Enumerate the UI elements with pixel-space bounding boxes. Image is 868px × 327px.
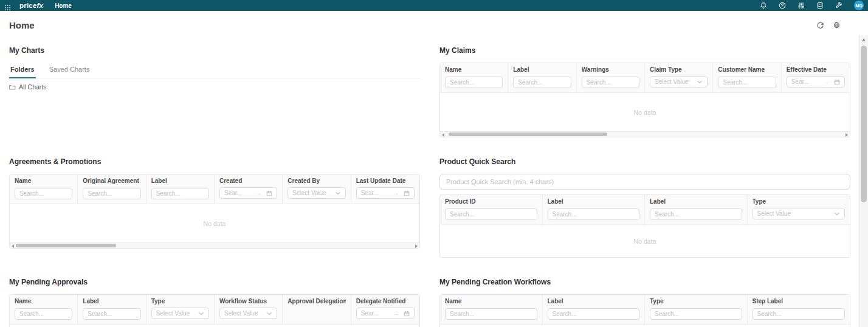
column-step-label: Step Label — [748, 295, 850, 324]
filter-warnings-input[interactable] — [582, 77, 639, 88]
horizontal-scrollbar[interactable] — [440, 131, 850, 137]
gear-icon[interactable] — [833, 21, 841, 29]
chevron-down-icon — [266, 311, 272, 317]
refresh-icon[interactable] — [816, 21, 824, 29]
pricefx-logo[interactable]: pricefx — [19, 2, 43, 9]
app-window: pricefx Home MD Home — [0, 0, 868, 327]
scroll-right-arrow[interactable] — [415, 244, 418, 248]
scroll-left-arrow[interactable] — [442, 133, 444, 137]
column-label: Label — [78, 295, 146, 324]
no-data-text: No data — [634, 238, 656, 245]
scroll-right-arrow[interactable] — [846, 133, 848, 137]
filter-type-input[interactable] — [650, 308, 742, 320]
column-name: Name — [440, 63, 508, 92]
my-charts-panel: My Charts Folders Saved Charts All Chart… — [9, 46, 420, 91]
folder-icon — [9, 84, 16, 91]
help-icon[interactable] — [779, 2, 786, 9]
column-name: Name — [440, 295, 543, 324]
table-body: No data — [10, 204, 419, 243]
calendar-icon — [266, 190, 272, 196]
panel-title: My Charts — [9, 46, 420, 55]
creation-workflows-panel: My Pending Creation Workflows Name Label… — [439, 278, 850, 327]
filter-delegate-notified-range[interactable]: Sear... → — [356, 308, 415, 319]
filter-name-input[interactable] — [445, 308, 537, 320]
vertical-scrollbar[interactable] — [859, 35, 868, 327]
column-label: Label — [543, 195, 646, 224]
horizontal-scrollbar[interactable] — [10, 243, 419, 248]
filter-workflow-status-select[interactable]: Select Value — [219, 308, 277, 319]
chevron-down-icon — [697, 79, 703, 85]
scrollbar-thumb[interactable] — [449, 133, 607, 136]
filter-label-input[interactable] — [151, 188, 209, 199]
filter-label-2-input[interactable] — [650, 208, 742, 220]
filter-claim-type-select[interactable]: Select Value — [650, 76, 708, 88]
no-data-text: No data — [204, 220, 226, 227]
page-header: Home — [0, 11, 868, 30]
filter-original-agreement-input[interactable] — [83, 188, 140, 199]
column-name: Name — [10, 295, 78, 324]
scrollbar-thumb[interactable] — [16, 244, 116, 247]
filter-last-update-date-range[interactable]: Sear... → — [356, 187, 415, 199]
column-label-2: Label — [645, 195, 748, 224]
column-type: Type — [645, 295, 748, 324]
user-avatar[interactable]: MD — [854, 1, 864, 10]
table-body: No data — [440, 92, 850, 131]
filter-name-input[interactable] — [15, 308, 72, 320]
filter-label-input[interactable] — [83, 308, 140, 320]
my-claims-table: Name Label Warnings Claim Type S — [439, 63, 850, 137]
filter-name-input[interactable] — [445, 77, 503, 88]
scrollbar-thumb[interactable] — [861, 46, 867, 202]
filter-product-id-input[interactable] — [445, 208, 537, 220]
agreements-table: Name Original Agreement ... Label Create… — [9, 174, 420, 249]
creation-workflows-table: Name Label Type Step Label — [439, 294, 850, 327]
column-label: Label — [146, 174, 215, 204]
wrench-icon[interactable] — [835, 2, 842, 9]
apps-grid-icon[interactable] — [4, 2, 11, 9]
no-data-text: No data — [634, 109, 656, 116]
agreements-promotions-panel: Agreements & Promotions Name Original Ag… — [9, 157, 420, 249]
filter-effective-date-range[interactable]: Sear... → — [787, 76, 845, 88]
calendar-icon — [404, 311, 410, 317]
panel-title: Product Quick Search — [439, 157, 850, 166]
arrow-right-icon: → — [393, 190, 399, 196]
column-approval-delegation: Approval Delegation — [283, 295, 351, 324]
filter-label-input[interactable] — [548, 308, 640, 320]
sliders-icon[interactable] — [797, 2, 805, 9]
arrow-right-icon: → — [823, 78, 829, 85]
calendar-icon — [834, 79, 840, 85]
filter-type-select[interactable]: Select Value — [151, 308, 209, 319]
filter-customer-name-input[interactable] — [718, 77, 776, 88]
filter-step-label-input[interactable] — [753, 308, 846, 320]
dashboard-grid: My Charts Folders Saved Charts All Chart… — [0, 30, 868, 327]
tab-folders[interactable]: Folders — [9, 63, 36, 78]
product-quick-search-input[interactable] — [439, 174, 850, 190]
pending-approvals-table: Name Label Type Select Value — [9, 294, 420, 327]
filter-label-input[interactable] — [513, 77, 571, 88]
folder-item-all-charts[interactable]: All Charts — [9, 83, 420, 91]
column-claim-type: Claim Type Select Value — [645, 63, 713, 92]
column-label: Label — [508, 63, 576, 92]
column-effective-date: Effective Date Sear... → — [782, 63, 850, 92]
column-type: Type Select Value — [146, 295, 215, 324]
scroll-up-arrow[interactable] — [862, 38, 866, 41]
filter-created-by-select[interactable]: Select Value — [288, 187, 345, 199]
chevron-down-icon — [335, 190, 341, 196]
column-last-update-date: Last Update Date Sear... → — [351, 174, 419, 204]
folder-item-label: All Charts — [19, 83, 47, 91]
column-created: Created Sear... → — [215, 174, 283, 204]
chevron-down-icon — [198, 311, 204, 317]
scroll-left-arrow[interactable] — [12, 244, 14, 248]
column-type: Type Select Value — [748, 195, 850, 224]
product-quick-search-table: Product ID Label Label Type Sele — [439, 194, 850, 258]
column-label: Label — [543, 295, 646, 324]
tab-saved-charts[interactable]: Saved Charts — [48, 63, 91, 78]
filter-created-date-range[interactable]: Sear... → — [219, 187, 277, 199]
topbar-nav-home[interactable]: Home — [55, 2, 72, 9]
filter-label-input[interactable] — [548, 208, 640, 220]
notifications-bell-icon[interactable] — [760, 2, 767, 9]
database-icon[interactable] — [816, 2, 824, 9]
filter-name-input[interactable] — [15, 188, 72, 199]
filter-type-select[interactable]: Select Value — [753, 208, 846, 219]
column-workflow-status: Workflow Status Select Value — [215, 295, 283, 324]
chevron-down-icon — [834, 211, 840, 217]
